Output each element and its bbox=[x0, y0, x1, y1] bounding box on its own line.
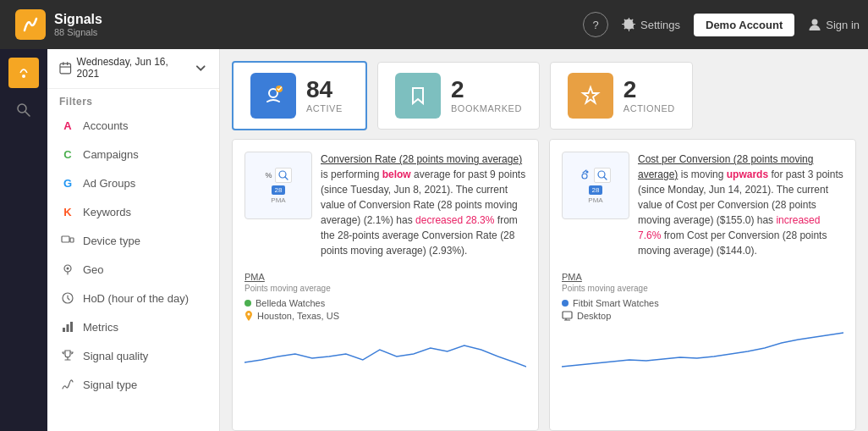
chart-area-1 bbox=[244, 324, 526, 375]
bookmarked-icon-box bbox=[395, 73, 441, 119]
metrics-icon bbox=[59, 318, 76, 335]
signal-change-1: decreased 28.3% bbox=[415, 214, 494, 226]
signin-button[interactable]: Sign in bbox=[808, 18, 860, 31]
date-label: Wednesday, Jun 16, 2021 bbox=[77, 56, 190, 80]
pma-link-2[interactable]: PMA bbox=[562, 272, 582, 282]
stat-bookmarked[interactable]: 2 Bookmarked bbox=[377, 62, 540, 130]
app-subtitle: 88 Signals bbox=[54, 27, 102, 37]
svg-point-0 bbox=[812, 19, 818, 25]
filter-device-type[interactable]: Device type bbox=[47, 226, 219, 255]
signal-tags-1: Belleda Watches Houston, Texas, US bbox=[244, 298, 526, 321]
signal-card-1-header: % 28 PMA Conversion Rate (2 bbox=[244, 152, 526, 258]
signal-device-2: Desktop bbox=[577, 311, 611, 321]
location-icon-1 bbox=[244, 311, 253, 321]
app-logo bbox=[15, 9, 46, 40]
stat-actioned[interactable]: 2 Actioned bbox=[550, 62, 693, 130]
signal-card-1: % 28 PMA Conversion Rate (2 bbox=[232, 139, 539, 431]
filter-keywords[interactable]: K Keywords bbox=[47, 197, 219, 226]
svg-point-20 bbox=[586, 170, 589, 173]
signal-text-1: Conversion Rate (28 points moving averag… bbox=[321, 152, 526, 258]
help-button[interactable]: ? bbox=[583, 12, 608, 37]
stat-active-info: 84 Active bbox=[306, 78, 343, 113]
pma-link-1[interactable]: PMA bbox=[244, 272, 265, 282]
filter-letter-c: C bbox=[59, 146, 76, 163]
filter-label-metrics: Metrics bbox=[83, 321, 118, 334]
sidebar-icon-signals[interactable] bbox=[8, 58, 39, 88]
svg-rect-8 bbox=[62, 236, 69, 242]
svg-rect-14 bbox=[67, 324, 69, 332]
stats-row: 84 Active 2 Bookmarked bbox=[220, 49, 868, 139]
filter-label-accounts: Accounts bbox=[83, 119, 128, 132]
stat-bookmarked-label: Bookmarked bbox=[451, 103, 522, 113]
pma-section-2: PMA Points moving average bbox=[562, 268, 843, 293]
chart-area-2 bbox=[562, 324, 843, 375]
svg-rect-15 bbox=[70, 322, 73, 332]
signal-tag-account-1: Belleda Watches bbox=[244, 298, 526, 308]
account-dot-1 bbox=[244, 300, 251, 307]
filter-accounts[interactable]: A Accounts bbox=[47, 111, 219, 140]
svg-point-19 bbox=[582, 174, 587, 179]
top-navigation: Signals 88 Signals ? Settings Demo Accou… bbox=[0, 0, 868, 49]
signal-account-2: Fitbit Smart Watches bbox=[573, 298, 659, 308]
sidebar-icon-secondary[interactable] bbox=[8, 95, 39, 125]
desktop-icon-2 bbox=[562, 311, 573, 321]
svg-rect-13 bbox=[63, 328, 65, 332]
demo-account-button[interactable]: Demo Account bbox=[694, 14, 794, 36]
main-content: 84 Active 2 Bookmarked bbox=[220, 49, 868, 431]
filter-label-keywords: Keywords bbox=[83, 206, 131, 218]
stat-actioned-label: Actioned bbox=[624, 103, 675, 113]
filter-metrics[interactable]: Metrics bbox=[47, 312, 219, 341]
signal-direction-1: below bbox=[382, 169, 411, 180]
signals-row: % 28 PMA Conversion Rate (2 bbox=[220, 139, 868, 431]
filter-letter-g: G bbox=[59, 174, 76, 191]
svg-rect-9 bbox=[70, 238, 74, 242]
svg-rect-22 bbox=[563, 312, 572, 318]
signal-icon bbox=[59, 376, 76, 393]
stat-bookmarked-info: 2 Bookmarked bbox=[451, 78, 522, 113]
trophy-icon bbox=[59, 347, 76, 364]
filter-letter-a: A bbox=[59, 117, 76, 134]
filter-letter-k: K bbox=[59, 203, 76, 220]
date-selector[interactable]: Wednesday, Jun 16, 2021 bbox=[47, 49, 219, 89]
filter-label-signal-type: Signal type bbox=[83, 379, 137, 391]
sidebar-icon-strip bbox=[0, 49, 47, 431]
signal-card-2-header: 28 PMA Cost per Conversion (28 points mo… bbox=[562, 152, 843, 258]
filter-signal-type[interactable]: Signal type bbox=[47, 370, 219, 399]
device-icon bbox=[59, 232, 76, 249]
signal-location-1: Houston, Texas, US bbox=[257, 311, 339, 321]
stat-active-number: 84 bbox=[306, 78, 343, 102]
pma-sublabel-2: Points moving average bbox=[562, 284, 843, 293]
signal-card-2: 28 PMA Cost per Conversion (28 points mo… bbox=[549, 139, 856, 431]
pma-section-1: PMA Points moving average bbox=[244, 268, 526, 293]
app-title-group: Signals 88 Signals bbox=[54, 12, 102, 37]
svg-point-1 bbox=[22, 75, 25, 78]
signal-account-1: Belleda Watches bbox=[255, 298, 325, 308]
logo-area: Signals 88 Signals bbox=[8, 0, 228, 49]
filter-label-geo: Geo bbox=[83, 263, 104, 276]
main-layout: Wednesday, Jun 16, 2021 Filters A Accoun… bbox=[0, 49, 868, 431]
settings-label: Settings bbox=[640, 19, 680, 31]
stat-active[interactable]: 84 Active bbox=[232, 61, 367, 130]
filter-hod[interactable]: HoD (hour of the day) bbox=[47, 284, 219, 312]
filters-label: Filters bbox=[47, 89, 219, 111]
account-dot-2 bbox=[562, 300, 569, 307]
stat-active-label: Active bbox=[306, 103, 343, 113]
svg-line-3 bbox=[25, 112, 30, 116]
signal-tag-geo-1: Houston, Texas, US bbox=[244, 311, 526, 321]
app-title: Signals bbox=[54, 12, 102, 27]
settings-icon bbox=[622, 18, 635, 31]
actioned-icon-box bbox=[568, 73, 613, 119]
filter-campaigns[interactable]: C Campaigns bbox=[47, 140, 219, 169]
filter-label-device-type: Device type bbox=[83, 235, 140, 247]
signal-tags-2: Fitbit Smart Watches Desktop bbox=[562, 298, 843, 321]
filter-label-campaigns: Campaigns bbox=[83, 148, 139, 161]
filter-ad-groups[interactable]: G Ad Groups bbox=[47, 169, 219, 197]
settings-button[interactable]: Settings bbox=[622, 18, 680, 31]
filter-geo[interactable]: Geo bbox=[47, 255, 219, 284]
signin-label: Sign in bbox=[826, 19, 860, 31]
filter-signal-quality[interactable]: Signal quality bbox=[47, 341, 219, 370]
signal-metric-link-1[interactable]: Conversion Rate (28 points moving averag… bbox=[321, 153, 522, 165]
signal-thumb-2: 28 PMA bbox=[562, 152, 629, 219]
filter-label-ad-groups: Ad Groups bbox=[83, 177, 135, 190]
user-icon bbox=[808, 18, 821, 31]
